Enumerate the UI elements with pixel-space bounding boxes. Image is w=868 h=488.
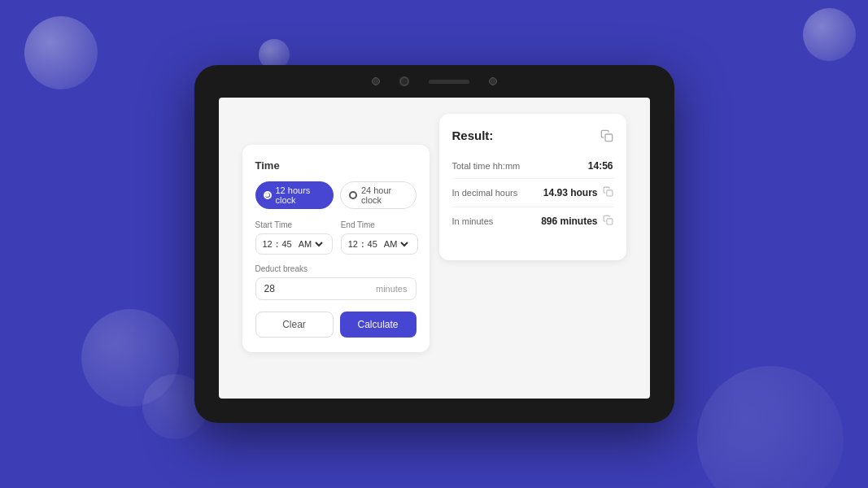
copy-minutes-icon[interactable] bbox=[603, 214, 613, 229]
calculate-button[interactable]: Calculate bbox=[340, 312, 417, 338]
result-value-wrapper-hhmm: 14:56 bbox=[588, 160, 613, 172]
start-hours: 12 bbox=[263, 239, 273, 249]
bubble-decoration bbox=[803, 8, 856, 61]
front-camera-right bbox=[489, 77, 497, 85]
result-value-minutes: 896 minutes bbox=[541, 216, 597, 227]
end-time-section: End Time 12 : 45 AM PM bbox=[341, 220, 418, 255]
bubble-decoration bbox=[81, 309, 179, 407]
time-inputs-row: Start Time 12 : 45 AM PM End Time 12 bbox=[255, 220, 417, 255]
result-label-hhmm: Total time hh:mm bbox=[452, 161, 521, 171]
svg-rect-2 bbox=[606, 219, 612, 224]
speaker bbox=[429, 80, 469, 84]
tablet-top-bar bbox=[372, 76, 497, 86]
radio-dot-24h bbox=[349, 191, 357, 199]
time-calculator-card: Time 12 hours clock 24 hour clock Start … bbox=[242, 145, 430, 352]
clear-button[interactable]: Clear bbox=[255, 312, 334, 338]
svg-rect-1 bbox=[606, 190, 612, 196]
action-buttons-row: Clear Calculate bbox=[255, 312, 417, 338]
end-hours: 12 bbox=[348, 239, 358, 249]
tablet-screen: Time 12 hours clock 24 hour clock Start … bbox=[219, 98, 650, 399]
result-label-decimal: In decimal hours bbox=[452, 188, 518, 198]
start-minutes: 45 bbox=[281, 239, 291, 249]
svg-rect-0 bbox=[605, 134, 613, 142]
end-time-input[interactable]: 12 : 45 AM PM bbox=[341, 233, 418, 255]
deduct-unit: minutes bbox=[376, 284, 408, 294]
clock-type-radio-group: 12 hours clock 24 hour clock bbox=[255, 181, 417, 209]
result-card: Result: Total time hh:mm 14:56 In decima… bbox=[439, 114, 626, 260]
front-camera-left bbox=[372, 77, 380, 85]
result-label-minutes: In minutes bbox=[452, 216, 494, 226]
start-colon: : bbox=[276, 239, 279, 249]
result-row-hhmm: Total time hh:mm 14:56 bbox=[452, 154, 613, 179]
bubble-decoration bbox=[697, 366, 844, 488]
bubble-decoration bbox=[24, 16, 98, 89]
copy-all-icon[interactable] bbox=[600, 129, 613, 142]
start-period-select[interactable]: AM PM bbox=[295, 238, 325, 250]
radio-24h[interactable]: 24 hour clock bbox=[340, 181, 417, 209]
result-value-wrapper-minutes: 896 minutes bbox=[541, 214, 613, 229]
start-time-section: Start Time 12 : 45 AM PM bbox=[255, 220, 333, 255]
start-time-label: Start Time bbox=[255, 220, 333, 229]
deduct-breaks-input[interactable]: 28 minutes bbox=[255, 277, 417, 300]
result-row-decimal: In decimal hours 14.93 hours bbox=[452, 179, 613, 207]
result-value-decimal: 14.93 hours bbox=[543, 187, 598, 198]
tablet-frame: Time 12 hours clock 24 hour clock Start … bbox=[194, 65, 674, 423]
time-card-title: Time bbox=[255, 159, 417, 172]
end-minutes: 45 bbox=[368, 239, 377, 249]
radio-dot-12h bbox=[264, 191, 272, 199]
end-colon: : bbox=[361, 239, 364, 249]
radio-label-24h: 24 hour clock bbox=[361, 185, 408, 205]
result-value-wrapper-decimal: 14.93 hours bbox=[543, 185, 613, 200]
deduct-value: 28 bbox=[264, 283, 275, 294]
end-period-select[interactable]: AM PM bbox=[381, 238, 411, 250]
result-row-minutes: In minutes 896 minutes bbox=[452, 207, 613, 235]
result-value-hhmm: 14:56 bbox=[588, 160, 613, 172]
result-title: Result: bbox=[452, 129, 494, 142]
radio-label-12h: 12 hours clock bbox=[276, 185, 325, 205]
copy-decimal-icon[interactable] bbox=[603, 185, 613, 200]
radio-12h[interactable]: 12 hours clock bbox=[255, 181, 334, 209]
front-camera-center bbox=[399, 76, 409, 86]
end-time-label: End Time bbox=[341, 220, 418, 229]
start-time-input[interactable]: 12 : 45 AM PM bbox=[255, 233, 333, 255]
deduct-breaks-label: Deduct breaks bbox=[255, 264, 417, 273]
result-header: Result: bbox=[452, 129, 613, 142]
